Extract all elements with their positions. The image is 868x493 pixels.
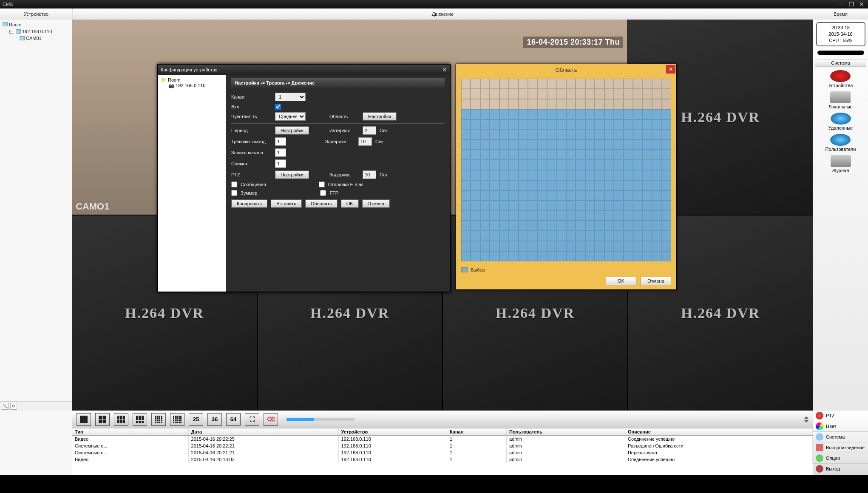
ptz-delay-input[interactable] — [363, 170, 376, 179]
region-cell[interactable] — [547, 180, 556, 190]
region-cell[interactable] — [576, 201, 585, 211]
search-icon[interactable]: 🔍 — [2, 403, 9, 410]
region-cell[interactable] — [471, 221, 480, 231]
region-cell[interactable] — [576, 89, 585, 99]
region-cell[interactable] — [595, 119, 604, 130]
region-cell[interactable] — [461, 190, 471, 201]
region-cell[interactable] — [604, 160, 614, 170]
region-cell[interactable] — [614, 231, 623, 241]
region-cell[interactable] — [604, 89, 614, 99]
region-cell[interactable] — [585, 109, 595, 119]
region-cell[interactable] — [604, 221, 614, 231]
region-cell[interactable] — [547, 251, 556, 261]
region-cell[interactable] — [604, 79, 614, 89]
region-cell[interactable] — [652, 129, 661, 139]
region-cell[interactable] — [538, 231, 547, 241]
region-cell[interactable] — [566, 99, 576, 109]
region-cell[interactable] — [480, 150, 490, 160]
region-cell[interactable] — [499, 180, 509, 190]
region-cell[interactable] — [490, 79, 499, 89]
region-cell[interactable] — [643, 79, 652, 89]
region-cell[interactable] — [652, 251, 661, 261]
region-cell[interactable] — [633, 241, 642, 251]
region-cell[interactable] — [614, 160, 623, 170]
region-cell[interactable] — [652, 190, 661, 201]
region-cell[interactable] — [480, 190, 490, 201]
region-cell[interactable] — [585, 89, 595, 99]
paste-button[interactable]: Вставить — [271, 199, 302, 208]
region-cell[interactable] — [499, 190, 509, 201]
region-cell[interactable] — [604, 170, 614, 180]
region-cell[interactable] — [643, 241, 652, 251]
region-cell[interactable] — [662, 180, 671, 190]
delay-input[interactable] — [358, 137, 372, 146]
region-cell[interactable] — [509, 221, 518, 231]
region-cell[interactable] — [576, 211, 585, 221]
region-cell[interactable] — [528, 211, 537, 221]
region-cell[interactable] — [480, 89, 490, 99]
region-cell[interactable] — [509, 180, 518, 190]
region-cell[interactable] — [652, 139, 661, 150]
region-cell[interactable] — [480, 211, 490, 221]
region-cell[interactable] — [643, 129, 652, 139]
region-cell[interactable] — [633, 201, 642, 211]
region-cell[interactable] — [519, 221, 528, 231]
region-cell[interactable] — [471, 251, 480, 261]
region-cell[interactable] — [624, 89, 633, 99]
region-cell[interactable] — [490, 99, 499, 109]
close-icon[interactable]: ✕ — [858, 2, 865, 7]
modal1-tree-ip[interactable]: 📷 192.168.0.110 — [161, 83, 224, 88]
region-cell[interactable] — [624, 119, 633, 130]
table-row[interactable]: Системные о...2015-04-16 20:21:21192.168… — [72, 449, 813, 456]
region-cell[interactable] — [490, 221, 499, 231]
tree-device[interactable]: −192.168.0.110 — [2, 28, 70, 35]
region-cell[interactable] — [662, 221, 671, 231]
region-cell[interactable] — [509, 251, 518, 261]
region-cell[interactable] — [662, 99, 671, 109]
region-cell[interactable] — [557, 211, 566, 221]
region-cell[interactable] — [509, 170, 518, 180]
region-cell[interactable] — [595, 139, 604, 150]
region-cell[interactable] — [614, 190, 623, 201]
region-cell[interactable] — [604, 231, 614, 241]
region-cell[interactable] — [547, 160, 556, 170]
region-cell[interactable] — [576, 180, 585, 190]
region-cell[interactable] — [576, 160, 585, 170]
layout-6[interactable] — [114, 413, 128, 426]
layout-16[interactable] — [151, 413, 166, 426]
region-cell[interactable] — [662, 89, 671, 99]
region-cell[interactable] — [643, 160, 652, 170]
messages-checkbox[interactable] — [231, 181, 237, 187]
region-cell[interactable] — [461, 180, 471, 190]
region-cell[interactable] — [576, 150, 585, 160]
region-cell[interactable] — [557, 139, 566, 150]
region-cell[interactable] — [528, 109, 537, 119]
refresh-icon[interactable]: ⟳ — [10, 403, 17, 410]
region-cell[interactable] — [662, 150, 671, 160]
region-cell[interactable] — [633, 99, 642, 109]
region-cell[interactable] — [576, 99, 585, 109]
channel-select[interactable]: 1 — [275, 93, 306, 101]
sys-item-local[interactable]: Локальные — [828, 91, 853, 109]
region-cell[interactable] — [576, 139, 585, 150]
region-cell[interactable] — [461, 251, 471, 261]
region-cell[interactable] — [490, 109, 499, 119]
region-cell[interactable] — [633, 180, 642, 190]
region-cell[interactable] — [547, 99, 556, 109]
zoom-slider[interactable] — [286, 418, 355, 421]
region-cell[interactable] — [557, 170, 566, 180]
log-col[interactable]: Пользователь — [507, 428, 625, 436]
region-cell[interactable] — [633, 89, 642, 99]
region-cell[interactable] — [490, 251, 499, 261]
refresh-button[interactable]: Обновить — [305, 199, 338, 208]
region-cell[interactable] — [461, 150, 471, 160]
region-cell[interactable] — [519, 211, 528, 221]
region-cell[interactable] — [585, 180, 595, 190]
region-cell[interactable] — [595, 89, 604, 99]
region-cell[interactable] — [490, 170, 499, 180]
table-row[interactable]: Видео2015-04-16 20:22:25192.168.0.1101ad… — [72, 436, 813, 443]
region-cell[interactable] — [509, 160, 518, 170]
region-cell[interactable] — [633, 170, 642, 180]
region-cell[interactable] — [595, 201, 604, 211]
region-cell[interactable] — [595, 190, 604, 201]
